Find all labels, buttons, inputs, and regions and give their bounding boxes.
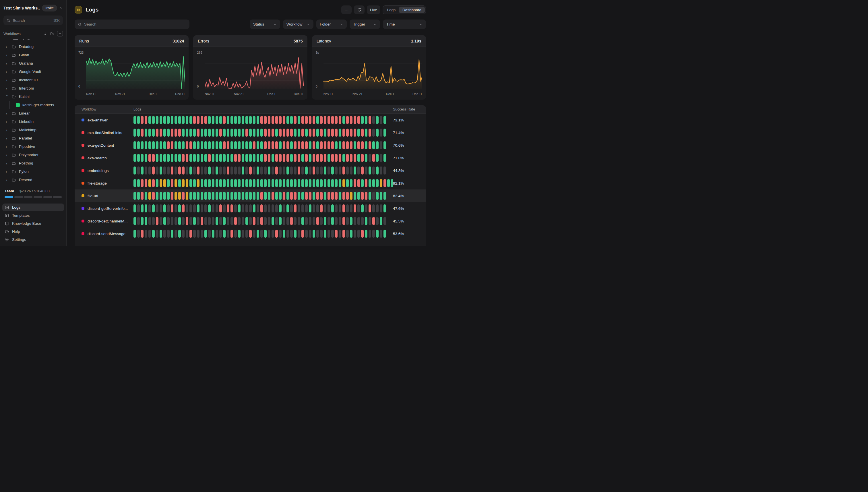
log-bar[interactable] xyxy=(227,217,229,225)
log-bar[interactable] xyxy=(365,141,367,149)
log-bar[interactable] xyxy=(178,116,181,124)
log-bar[interactable] xyxy=(287,154,289,162)
log-bar[interactable] xyxy=(383,167,386,174)
log-bar[interactable] xyxy=(335,179,338,187)
log-bar[interactable] xyxy=(380,167,382,174)
log-bar[interactable] xyxy=(223,154,226,162)
filter-workflow[interactable]: Workflow xyxy=(283,20,314,29)
log-bar[interactable] xyxy=(175,179,177,187)
refresh-button[interactable] xyxy=(354,5,365,14)
log-bar[interactable] xyxy=(298,217,300,225)
log-bar[interactable] xyxy=(361,129,364,137)
log-bar[interactable] xyxy=(159,116,162,124)
log-bar[interactable] xyxy=(256,141,259,149)
log-bar[interactable] xyxy=(272,116,274,124)
log-bar[interactable] xyxy=(301,179,304,187)
table-row-embeddings[interactable]: embeddings44.3% xyxy=(75,164,426,177)
log-bar[interactable] xyxy=(223,141,226,149)
log-bar[interactable] xyxy=(369,217,371,225)
log-bar[interactable] xyxy=(309,204,312,213)
log-bar[interactable] xyxy=(354,141,356,149)
log-bar[interactable] xyxy=(163,141,166,149)
log-bar[interactable] xyxy=(204,141,207,149)
log-bar[interactable] xyxy=(175,217,177,225)
log-bar[interactable] xyxy=(186,192,188,200)
log-bar[interactable] xyxy=(219,167,222,174)
log-bar[interactable] xyxy=(223,204,226,213)
log-bar[interactable] xyxy=(369,116,371,124)
log-bar[interactable] xyxy=(264,154,267,162)
log-bar[interactable] xyxy=(294,179,297,187)
log-bar[interactable] xyxy=(365,154,367,162)
log-bar[interactable] xyxy=(227,204,229,213)
log-bar[interactable] xyxy=(350,167,352,174)
log-bar[interactable] xyxy=(335,141,338,149)
log-bar[interactable] xyxy=(182,179,184,187)
log-bar[interactable] xyxy=(305,230,308,238)
log-bar[interactable] xyxy=(313,179,315,187)
log-bar[interactable] xyxy=(324,129,326,137)
log-bar[interactable] xyxy=(145,116,147,124)
log-bar[interactable] xyxy=(316,179,319,187)
log-bar[interactable] xyxy=(383,141,386,149)
sidebar-folder-kalshi[interactable]: ›Kalshi xyxy=(0,93,66,101)
log-bar[interactable] xyxy=(208,129,211,137)
log-bar[interactable] xyxy=(275,167,278,174)
log-bar[interactable] xyxy=(253,129,255,137)
log-bar[interactable] xyxy=(227,116,229,124)
log-bar[interactable] xyxy=(383,154,386,162)
log-bar[interactable] xyxy=(208,217,211,225)
log-bar[interactable] xyxy=(249,129,252,137)
live-button[interactable]: Live xyxy=(367,5,380,14)
log-bar[interactable] xyxy=(253,217,255,225)
log-bar[interactable] xyxy=(261,129,263,137)
log-bar[interactable] xyxy=(159,230,162,238)
log-bar[interactable] xyxy=(301,217,304,225)
log-bar[interactable] xyxy=(342,204,345,213)
log-bar[interactable] xyxy=(361,167,364,174)
log-bar[interactable] xyxy=(376,154,379,162)
log-bar[interactable] xyxy=(227,192,229,200)
log-bar[interactable] xyxy=(313,217,315,225)
log-bar[interactable] xyxy=(227,129,229,137)
log-bar[interactable] xyxy=(383,116,386,124)
log-bar[interactable] xyxy=(190,204,192,213)
log-bar[interactable] xyxy=(309,154,312,162)
log-bar[interactable] xyxy=(365,204,367,213)
log-bar[interactable] xyxy=(369,204,371,213)
log-bar[interactable] xyxy=(305,141,308,149)
log-bar[interactable] xyxy=(152,230,155,238)
log-bar[interactable] xyxy=(372,167,375,174)
log-bar[interactable] xyxy=(350,230,352,238)
log-bar[interactable] xyxy=(193,230,196,238)
log-bar[interactable] xyxy=(301,167,304,174)
log-bar[interactable] xyxy=(197,129,199,137)
log-bar[interactable] xyxy=(331,167,334,174)
log-bar[interactable] xyxy=(305,154,308,162)
log-bar[interactable] xyxy=(145,141,147,149)
log-bar[interactable] xyxy=(290,141,293,149)
log-bar[interactable] xyxy=(171,129,173,137)
sidebar-folder-pipedrive[interactable]: ›Pipedrive xyxy=(0,142,66,151)
log-bar[interactable] xyxy=(301,154,304,162)
log-bar[interactable] xyxy=(301,129,304,137)
log-bar[interactable] xyxy=(301,230,304,238)
log-bar[interactable] xyxy=(145,154,147,162)
log-bar[interactable] xyxy=(167,116,170,124)
log-bar[interactable] xyxy=(175,192,177,200)
log-bar[interactable] xyxy=(145,230,147,238)
log-bar[interactable] xyxy=(287,116,289,124)
log-bar[interactable] xyxy=(152,154,155,162)
log-bar[interactable] xyxy=(320,141,323,149)
log-bar[interactable] xyxy=(234,167,237,174)
log-bar[interactable] xyxy=(350,179,352,187)
log-bar[interactable] xyxy=(376,230,379,238)
log-bar[interactable] xyxy=(387,179,390,187)
log-bar[interactable] xyxy=(268,141,270,149)
log-bar[interactable] xyxy=(264,179,267,187)
sidebar-folder-incident-io[interactable]: ›Incident IO xyxy=(0,76,66,84)
log-bar[interactable] xyxy=(290,167,293,174)
log-bar[interactable] xyxy=(163,217,166,225)
log-bar[interactable] xyxy=(186,141,188,149)
log-bar[interactable] xyxy=(372,116,375,124)
